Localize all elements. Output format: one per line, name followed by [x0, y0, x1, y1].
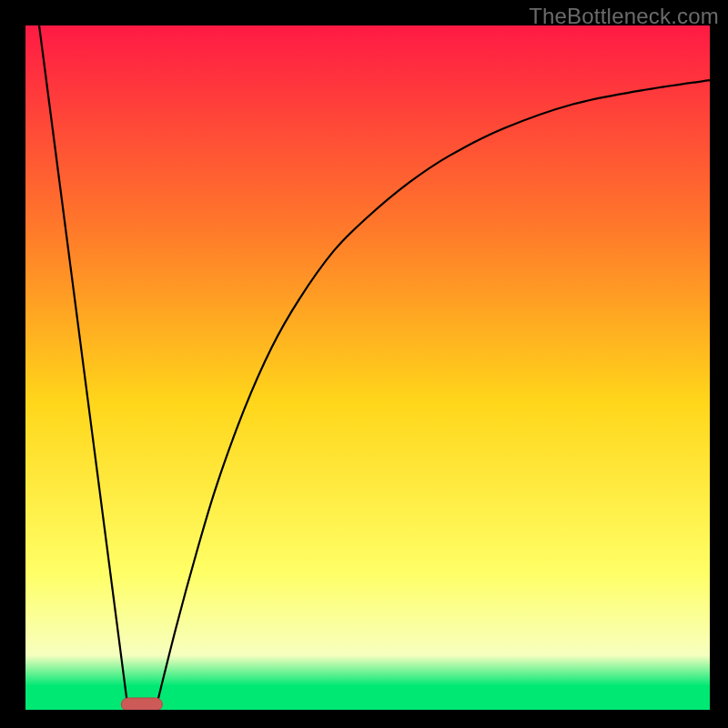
- outer-frame: TheBottleneck.com: [0, 0, 728, 728]
- minimum-marker: [121, 698, 162, 710]
- chart-background-gradient: [25, 25, 710, 710]
- chart-svg: [25, 25, 710, 710]
- watermark-text: TheBottleneck.com: [529, 4, 719, 29]
- chart-plot-area: [25, 25, 710, 710]
